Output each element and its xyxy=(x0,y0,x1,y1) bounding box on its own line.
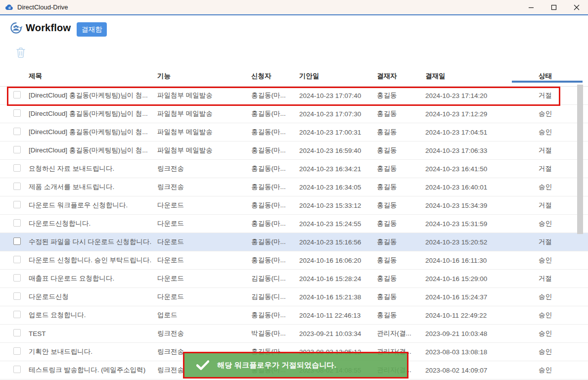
cell-function: 다운로드 xyxy=(157,256,251,265)
table-row[interactable]: TEST 링크전송 박길동(마... 2023-09-21 10:03:34 관… xyxy=(0,325,588,343)
cell-title: 제품 소개서를 보내드립니다. xyxy=(29,183,157,191)
svg-text:d: d xyxy=(8,6,10,10)
row-checkbox[interactable] xyxy=(13,146,21,153)
header-accent-line xyxy=(512,81,583,83)
row-checkbox[interactable] xyxy=(13,311,21,318)
cell-requester: 홍길동(마... xyxy=(251,183,299,191)
cell-title: 업로드 요청합니다. xyxy=(29,311,157,320)
toast-notification: 해당 워크플로우가 거절되었습니다. xyxy=(183,352,408,379)
maximize-button[interactable] xyxy=(543,0,565,14)
cell-title: 다운로드신청합니다. xyxy=(29,219,157,228)
status-badge: 승인 xyxy=(517,256,574,265)
cell-approval-date: 2024-10-16 16:11:30 xyxy=(425,257,517,264)
trash-icon[interactable] xyxy=(15,47,27,59)
cell-draft-date: 2024-10-16 15:21:38 xyxy=(299,293,377,301)
cell-draft-date: 2024-10-16 16:06:20 xyxy=(299,257,377,264)
status-badge: 승인 xyxy=(517,109,574,118)
table-header-row: 제목 기능 신청자 기안일 결재자 결재일 상태 xyxy=(0,66,588,87)
status-badge: 거절 xyxy=(517,146,574,155)
row-checkbox[interactable] xyxy=(13,366,21,373)
cell-requester: 홍길동(마... xyxy=(251,256,299,265)
table-row[interactable]: 업로드 요청합니다. 업로드 홍길동(마... 2024-10-11 22:46… xyxy=(0,306,588,325)
row-checkbox[interactable] xyxy=(13,91,21,98)
vertical-scrollbar-thumb[interactable] xyxy=(577,85,583,234)
row-checkbox[interactable] xyxy=(13,128,21,135)
cell-approver: 홍길동 xyxy=(377,256,425,265)
table-row[interactable]: [DirectCloud] 홍길동(마케팅팀)님이 첨... 파일첨부 메일발송… xyxy=(0,142,588,160)
table-row[interactable]: [DirectCloud] 홍길동(마케팅팀)님이 첨... 파일첨부 메일발송… xyxy=(0,87,588,105)
cell-title: 다운로드신청 xyxy=(29,292,157,301)
cell-approval-date: 2024-10-23 17:14:20 xyxy=(425,92,517,99)
cell-title: 매출표 다운로드 요청합니다. xyxy=(29,274,157,283)
cell-requester: 홍길동(마... xyxy=(251,146,299,155)
cell-title: [DirectCloud] 홍길동(마케팅팀)님이 첨... xyxy=(29,109,157,118)
cell-function: 링크전송 xyxy=(157,329,251,338)
table-row[interactable]: 요청하신 자료 보내드립니다. 링크전송 홍길동(마... 2024-10-23… xyxy=(0,160,588,178)
cell-approver: 관리자(결... xyxy=(377,329,425,338)
row-checkbox[interactable] xyxy=(13,347,21,355)
status-badge: 승인 xyxy=(517,219,574,228)
table-row[interactable]: 다운로드신청합니다. 다운로드 홍길동(마... 2024-10-23 15:2… xyxy=(0,215,588,233)
minimize-button[interactable] xyxy=(520,0,543,14)
approval-box-button[interactable]: 결재함 xyxy=(77,22,107,37)
close-button[interactable] xyxy=(565,0,588,14)
row-checkbox[interactable] xyxy=(13,329,21,336)
column-header-approver: 결재자 xyxy=(377,72,425,81)
row-checkbox[interactable] xyxy=(13,256,21,263)
cell-approver: 홍길동 xyxy=(377,128,425,137)
cell-approver: 홍길동 xyxy=(377,292,425,301)
cell-title: [DirectCloud] 홍길동(마케팅팀)님이 첨... xyxy=(29,91,157,100)
column-header-draft-date: 기안일 xyxy=(299,72,377,81)
cell-title: 다운로드 신청합니다. 승인 부탁드립니다. xyxy=(29,256,157,265)
cell-approval-date: 2024-10-23 17:04:51 xyxy=(425,129,517,136)
cell-approval-date: 2024-10-16 15:24:37 xyxy=(425,293,517,301)
directcloud-logo-icon: d xyxy=(5,3,13,11)
table-row[interactable]: 매출표 다운로드 요청합니다. 다운로드 김길동(디... 2024-10-16… xyxy=(0,270,588,288)
cell-approver: 홍길동 xyxy=(377,311,425,320)
cell-title: [DirectCloud] 홍길동(마케팅팀)님이 첨... xyxy=(29,146,157,155)
status-badge: 거절 xyxy=(517,274,574,283)
cell-approver: 홍길동 xyxy=(377,219,425,228)
table-row[interactable]: 수정된 파일을 다시 다운로드 신청합니다. 다운로드 홍길동(마... 202… xyxy=(0,233,588,251)
table-row[interactable]: [DirectCloud] 홍길동(마케팅팀)님이 첨... 파일첨부 메일발송… xyxy=(0,123,588,142)
titlebar: d DirectCloud-Drive xyxy=(0,0,588,15)
row-checkbox[interactable] xyxy=(13,201,21,208)
row-checkbox[interactable] xyxy=(13,164,21,172)
cell-function: 링크전송 xyxy=(157,183,251,191)
page-title: Workflow xyxy=(26,22,71,34)
table-row[interactable]: [DirectCloud] 홍길동(마케팅팀)님이 첨... 파일첨부 메일발송… xyxy=(0,105,588,123)
row-checkbox[interactable] xyxy=(13,274,21,282)
cell-draft-date: 2024-10-23 15:16:56 xyxy=(299,238,377,246)
cell-draft-date: 2024-10-16 15:28:24 xyxy=(299,275,377,283)
cell-draft-date: 2024-10-23 15:24:55 xyxy=(299,220,377,228)
table-row[interactable]: 다운로드 워크플로우 신청합니다. 다운로드 홍길동(마... 2024-10-… xyxy=(0,196,588,215)
row-checkbox[interactable] xyxy=(13,238,21,245)
row-checkbox[interactable] xyxy=(13,109,21,117)
table-row[interactable]: 제품 소개서를 보내드립니다. 링크전송 홍길동(마... 2024-10-23… xyxy=(0,178,588,196)
workflow-icon xyxy=(10,22,22,34)
column-header-function: 기능 xyxy=(157,72,251,81)
cell-function: 다운로드 xyxy=(157,219,251,228)
row-checkbox[interactable] xyxy=(13,183,21,190)
cell-approver: 홍길동 xyxy=(377,274,425,283)
row-checkbox[interactable] xyxy=(13,292,21,300)
cell-function: 다운로드 xyxy=(157,274,251,283)
cell-approval-date: 2024-10-23 17:12:29 xyxy=(425,110,517,118)
cell-approval-date: 2024-10-23 16:40:01 xyxy=(425,184,517,191)
column-header-requester: 신청자 xyxy=(251,72,299,81)
status-badge: 승인 xyxy=(517,183,574,191)
cell-approval-date: 2024-10-23 15:20:52 xyxy=(425,238,517,246)
status-badge: 거절 xyxy=(517,91,574,100)
window-title: DirectCloud-Drive xyxy=(17,3,68,11)
cell-function: 파일첨부 메일발송 xyxy=(157,91,251,100)
column-header-title: 제목 xyxy=(29,72,157,81)
row-checkbox[interactable] xyxy=(13,219,21,227)
status-badge: 승인 xyxy=(517,292,574,301)
table-row[interactable]: 다운로드신청 다운로드 김길동(디... 2024-10-16 15:21:38… xyxy=(0,288,588,306)
cell-title: 다운로드 워크플로우 신청합니다. xyxy=(29,201,157,210)
cell-requester: 홍길동(마... xyxy=(251,219,299,228)
cell-title: 요청하신 자료 보내드립니다. xyxy=(29,164,157,173)
table-row[interactable]: 다운로드 신청합니다. 승인 부탁드립니다. 다운로드 홍길동(마... 202… xyxy=(0,251,588,270)
cell-function: 업로드 xyxy=(157,311,251,320)
cell-function: 링크전송 xyxy=(157,164,251,173)
